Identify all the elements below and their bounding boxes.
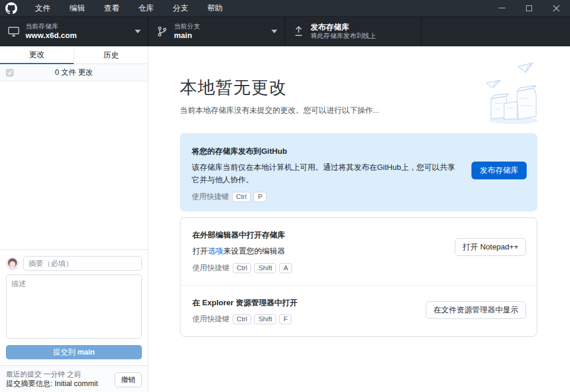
- open-in-editor-section: 在外部编辑器中打开存储库 打开选项来设置您的编辑器 使用快捷键 Ctrl Shi…: [180, 218, 537, 285]
- open-editor-body-pre: 打开: [192, 246, 208, 255]
- open-in-explorer-section: 在 Explorer 资源管理器中打开 使用快捷键 Ctrl Shift F 在…: [180, 285, 537, 336]
- commit-button-prefix: 提交到: [53, 348, 77, 356]
- minimize-button[interactable]: [488, 0, 515, 17]
- publish-title: 发布存储库: [311, 23, 376, 32]
- commit-form: 提交到 main: [0, 249, 148, 365]
- sidebar-tabs: 更改 历史: [0, 46, 148, 64]
- commit-to-branch-button[interactable]: 提交到 main: [6, 345, 142, 359]
- upload-icon: [293, 26, 305, 37]
- publish-card-body: 该存储库当前仅在本地计算机上可用。通过将其发布在GitHub上，您可以共享它并与…: [192, 161, 462, 186]
- commit-summary-input[interactable]: [23, 256, 142, 271]
- current-branch-label: 当前分支: [174, 23, 200, 31]
- publish-repository-toolbar-button[interactable]: 发布存储库 将此存储库发布到线上: [285, 17, 422, 46]
- current-branch-value: main: [174, 31, 200, 40]
- open-editor-body-post: 来设置您的编辑器: [223, 246, 285, 255]
- kbd-ctrl: Ctrl: [233, 263, 252, 273]
- monitor-icon: [8, 26, 20, 37]
- tab-changes[interactable]: 更改: [0, 46, 74, 64]
- current-repository-value: www.x6d.com: [26, 31, 77, 40]
- main-content: 本地暂无更改 当前本地存储库没有未提交的更改。您可以进行以下操作... 将您的存…: [148, 46, 570, 392]
- open-actions-card: 在外部编辑器中打开存储库 打开选项来设置您的编辑器 使用快捷键 Ctrl Shi…: [180, 217, 537, 337]
- menu-repository[interactable]: 仓库: [129, 0, 163, 17]
- recent-commit-label: 提交摘要信息:: [6, 380, 52, 388]
- shortcut-label: 使用快捷键: [192, 314, 230, 324]
- publish-subtitle: 将此存储库发布到线上: [311, 32, 376, 40]
- toolbar-filler: [422, 17, 570, 46]
- kbd-a: A: [279, 263, 292, 273]
- chevron-down-icon: [271, 30, 277, 33]
- kbd-ctrl: Ctrl: [232, 192, 251, 202]
- current-branch-dropdown[interactable]: 当前分支 main: [148, 17, 285, 46]
- changed-files-list: [0, 81, 148, 249]
- recent-commit-section: 最近的提交 一分钟 之前 提交摘要信息: Initial commit 撤销: [0, 365, 148, 392]
- commit-button-branch: main: [77, 348, 94, 356]
- files-changed-count: 0 文件 更改: [0, 68, 148, 78]
- publish-card-title: 将您的存储库发布到GitHub: [192, 146, 525, 157]
- github-logo-icon: [5, 2, 17, 14]
- current-repository-label: 当前存储库: [26, 23, 77, 31]
- publish-suggestion-card: 将您的存储库发布到GitHub 该存储库当前仅在本地计算机上可用。通过将其发布在…: [180, 133, 537, 211]
- current-repository-dropdown[interactable]: 当前存储库 www.x6d.com: [0, 17, 148, 46]
- kbd-f: F: [279, 314, 292, 324]
- kbd-shift: Shift: [254, 314, 276, 324]
- git-branch-icon: [156, 26, 168, 37]
- chevron-down-icon: [135, 30, 141, 33]
- kbd-shift: Shift: [254, 263, 276, 273]
- close-icon: [553, 5, 560, 12]
- open-editor-button[interactable]: 打开 Notepad++: [455, 238, 526, 256]
- check-icon: [7, 71, 12, 75]
- titlebar: 文件 编辑 查看 仓库 分支 帮助: [0, 0, 570, 17]
- commit-description-input[interactable]: [6, 274, 142, 339]
- empty-state-boxes-illustration: [484, 62, 540, 126]
- recent-commit-message: Initial commit: [55, 380, 98, 388]
- menu-branch[interactable]: 分支: [163, 0, 198, 17]
- menu-view[interactable]: 查看: [94, 0, 129, 17]
- menu-file[interactable]: 文件: [26, 0, 60, 17]
- shortcut-label: 使用快捷键: [192, 263, 230, 273]
- close-button[interactable]: [543, 0, 570, 17]
- menu-help[interactable]: 帮助: [198, 0, 232, 17]
- minimize-icon: [499, 8, 505, 8]
- menu-edit[interactable]: 编辑: [60, 0, 94, 17]
- kbd-ctrl: Ctrl: [233, 314, 252, 324]
- show-in-explorer-button[interactable]: 在文件资源管理器中显示: [426, 301, 526, 319]
- sidebar: 更改 历史 0 文件 更改: [0, 46, 148, 392]
- kbd-p: P: [254, 192, 267, 202]
- publish-repository-button[interactable]: 发布存储库: [471, 162, 527, 179]
- select-all-checkbox[interactable]: [6, 69, 14, 77]
- tab-history[interactable]: 历史: [74, 46, 148, 64]
- shortcut-label: 使用快捷键: [192, 192, 229, 202]
- undo-button[interactable]: 撤销: [115, 372, 142, 387]
- maximize-icon: [526, 5, 532, 11]
- avatar: [6, 257, 19, 270]
- maximize-button[interactable]: [515, 0, 543, 17]
- options-link[interactable]: 选项: [208, 246, 223, 255]
- toolbar: 当前存储库 www.x6d.com 当前分支 main: [0, 17, 570, 46]
- changes-status-row: 0 文件 更改: [0, 64, 148, 81]
